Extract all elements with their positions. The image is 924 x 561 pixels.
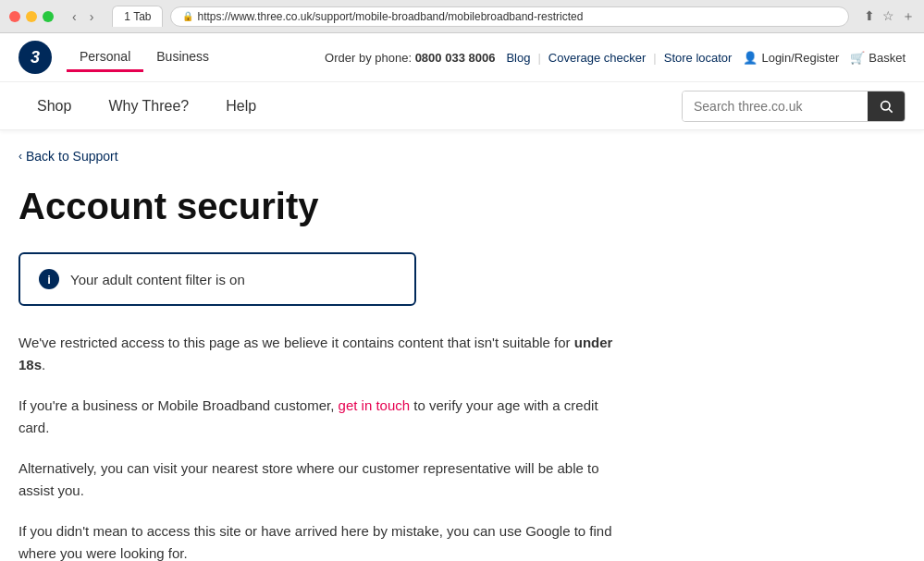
info-box-text: Your adult content filter is on: [70, 272, 245, 287]
search-bar: [682, 91, 906, 122]
phone-number: 0800 033 8006: [415, 51, 496, 65]
top-links: Blog | Coverage checker | Store locator: [506, 51, 732, 65]
paragraph-2: If you're a business or Mobile Broadband…: [18, 395, 629, 439]
browser-actions: ⬆ ☆ ＋: [864, 8, 915, 25]
basket-icon: 🛒: [850, 51, 865, 65]
get-in-touch-link[interactable]: get in touch: [339, 397, 411, 413]
minimize-traffic-light[interactable]: [26, 11, 37, 22]
back-arrow-icon: ‹: [18, 150, 22, 163]
browser-chrome: ‹ › 1 Tab 🔒 https://www.three.co.uk/supp…: [0, 0, 924, 33]
paragraph-3: Alternatively, you can visit your neares…: [18, 457, 629, 502]
search-icon: [879, 99, 893, 114]
address-bar-container: 🔒 https://www.three.co.uk/support/mobile…: [170, 6, 849, 27]
nav-help[interactable]: Help: [207, 83, 275, 129]
main-nav-links: Shop Why Three? Help: [18, 83, 275, 129]
page-content: ‹ Back to Support Account security i You…: [0, 130, 647, 561]
nav-shop[interactable]: Shop: [18, 83, 90, 129]
person-icon: 👤: [743, 51, 758, 65]
coverage-checker-link[interactable]: Coverage checker: [548, 51, 647, 65]
info-box: i Your adult content filter is on: [18, 252, 416, 306]
new-tab-icon[interactable]: ＋: [902, 8, 915, 25]
paragraph-1-text: We've restricted access to this page as …: [18, 335, 574, 350]
search-input[interactable]: [683, 91, 868, 121]
top-bar: 3 Personal Business Order by phone: 0800…: [0, 33, 924, 82]
paragraph-1-end: .: [42, 357, 45, 372]
top-bar-left: 3 Personal Business: [18, 41, 222, 74]
logo-area: 3: [18, 41, 52, 74]
tab-bar: 1 Tab: [112, 6, 163, 27]
breadcrumb-label: Back to Support: [26, 149, 118, 164]
breadcrumb[interactable]: ‹ Back to Support: [18, 149, 629, 164]
three-logo[interactable]: 3: [18, 41, 52, 74]
lock-icon: 🔒: [182, 11, 193, 21]
tab-personal[interactable]: Personal: [67, 43, 143, 72]
maximize-traffic-light[interactable]: [43, 11, 54, 22]
back-button[interactable]: ‹: [68, 7, 80, 26]
svg-point-0: [881, 101, 890, 109]
url-text: https://www.three.co.uk/support/mobile-b…: [197, 10, 583, 23]
share-icon[interactable]: ⬆: [864, 8, 875, 25]
store-locator-link[interactable]: Store locator: [664, 51, 733, 65]
svg-line-1: [889, 109, 893, 113]
tab-business[interactable]: Business: [143, 43, 222, 72]
browser-navigation: ‹ ›: [68, 7, 97, 26]
basket-button[interactable]: 🛒 Basket: [850, 51, 906, 65]
order-by-phone-text: Order by phone: 0800 033 8006: [325, 51, 495, 65]
address-bar[interactable]: 🔒 https://www.three.co.uk/support/mobile…: [170, 6, 849, 27]
personal-business-tabs: Personal Business: [67, 43, 222, 72]
close-traffic-light[interactable]: [9, 11, 20, 22]
search-button[interactable]: [868, 91, 905, 121]
traffic-lights: [9, 11, 54, 22]
info-icon: i: [39, 269, 59, 289]
browser-tab[interactable]: 1 Tab: [112, 6, 163, 27]
main-navigation: Shop Why Three? Help: [0, 82, 924, 130]
paragraph-2-start: If you're a business or Mobile Broadband…: [18, 397, 339, 413]
paragraph-1: We've restricted access to this page as …: [18, 332, 629, 376]
forward-button[interactable]: ›: [86, 7, 98, 26]
page-title: Account security: [18, 186, 629, 226]
paragraph-4: If you didn't mean to access this site o…: [18, 520, 629, 561]
login-register-button[interactable]: 👤 Login/Register: [743, 51, 839, 65]
nav-why-three[interactable]: Why Three?: [90, 83, 207, 129]
top-bar-right: Order by phone: 0800 033 8006 Blog | Cov…: [325, 51, 906, 65]
bookmark-icon[interactable]: ☆: [882, 8, 894, 25]
blog-link[interactable]: Blog: [506, 51, 530, 65]
